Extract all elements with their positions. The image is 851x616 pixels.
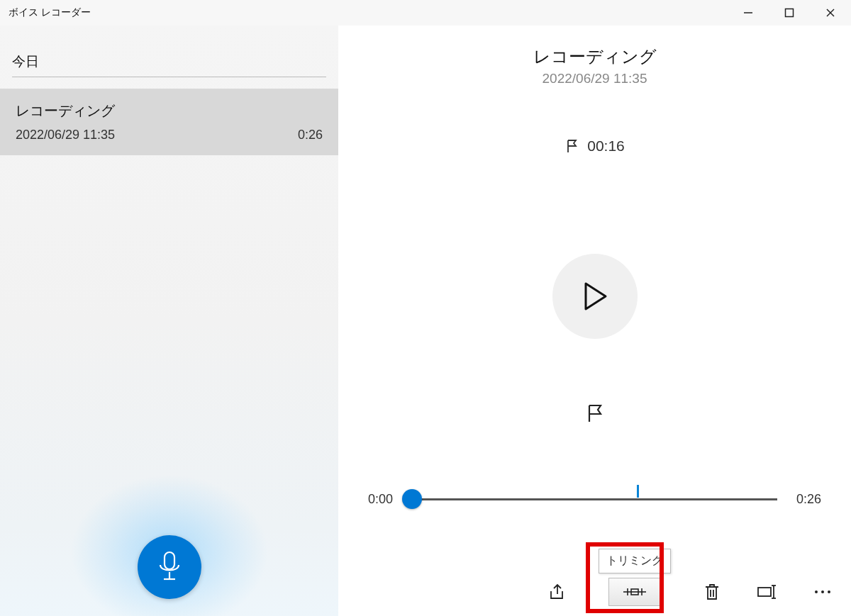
recording-item-meta: 2022/06/29 11:35 0:26 [16,128,323,142]
share-button[interactable] [543,578,572,606]
detail-subtitle: 2022/06/29 11:35 [543,71,647,86]
timeline-end-label: 0:26 [787,492,821,507]
svg-rect-1 [786,9,794,17]
rename-icon [757,584,778,600]
recording-item-duration: 0:26 [298,128,323,142]
trash-icon [703,583,721,601]
play-icon [582,281,608,312]
trim-button[interactable] [608,578,661,606]
play-button[interactable] [552,254,638,339]
titlebar: ボイス レコーダー [0,0,851,26]
timeline-start-label: 0:00 [368,492,402,507]
maximize-icon [784,8,794,18]
timeline: 0:00 0:26 [338,491,851,508]
close-icon [825,8,835,18]
timeline-thumb[interactable] [402,489,422,509]
rename-button[interactable] [753,578,782,606]
share-icon [548,583,567,601]
marker-row: 00:16 [564,138,625,155]
sidebar-separator [12,77,326,77]
maximize-button[interactable] [769,0,810,26]
timeline-marker-tick [637,485,639,498]
marker-time: 00:16 [587,138,625,155]
more-button[interactable] [808,578,837,606]
timeline-line [412,498,777,500]
minimize-icon [743,8,753,18]
sidebar: 今日 レコーディング 2022/06/29 11:35 0:26 [0,26,338,616]
flag-icon [564,138,580,154]
minimize-button[interactable] [728,0,769,26]
timeline-track[interactable] [412,491,777,508]
trim-tooltip: トリミング [599,549,671,573]
delete-button[interactable] [698,578,726,606]
more-icon [815,590,830,593]
trim-group: トリミング [599,549,671,606]
app-title: ボイス レコーダー [9,6,91,19]
recording-list-item[interactable]: レコーディング 2022/06/29 11:35 0:26 [0,89,338,155]
main: 今日 レコーディング 2022/06/29 11:35 0:26 レコーディング… [0,26,851,616]
detail-title: レコーディング [533,45,657,68]
trim-icon [622,585,647,599]
record-button[interactable] [138,535,201,599]
window-controls [728,0,851,26]
detail-panel: レコーディング 2022/06/29 11:35 00:16 0:00 [338,26,851,616]
recording-item-title: レコーディング [16,101,323,121]
svg-marker-7 [586,284,606,309]
detail-toolbar: トリミング [543,549,837,606]
recording-item-date: 2022/06/29 11:35 [16,128,115,142]
svg-rect-4 [165,552,174,569]
microphone-icon [157,551,182,583]
svg-rect-12 [758,588,771,596]
close-button[interactable] [810,0,851,26]
sidebar-section-label: 今日 [12,52,338,71]
add-marker-button[interactable] [584,403,606,427]
flag-icon [584,403,606,424]
